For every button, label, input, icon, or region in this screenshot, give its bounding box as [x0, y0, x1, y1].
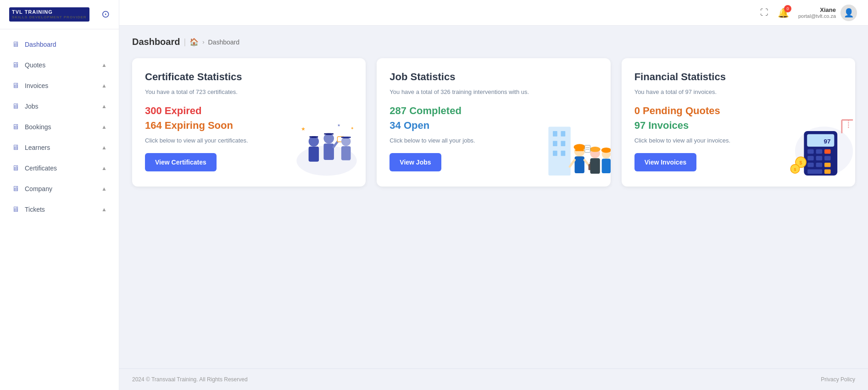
svg-text:$: $ [800, 160, 802, 165]
sidebar-item-certificates[interactable]: 🖥 Certificates ▲ [3, 158, 116, 178]
certificate-card-subtitle: You have a total of 723 certificates. [145, 88, 353, 97]
cert-expiring-stat: 164 Expiring Soon [145, 120, 353, 132]
chevron-down-icon: ▲ [101, 82, 107, 89]
notification-badge: 0 [784, 5, 791, 12]
pending-quotes-stat: 0 Pending Quotes [634, 105, 842, 117]
svg-point-43 [795, 126, 853, 176]
svg-line-30 [570, 160, 575, 167]
job-card-subtitle: You have a total of 326 training interve… [389, 88, 597, 97]
svg-rect-6 [324, 143, 334, 160]
svg-rect-40 [584, 145, 590, 153]
monitor-icon: 🖥 [12, 40, 19, 49]
svg-text:$: $ [794, 167, 796, 172]
svg-rect-36 [590, 158, 600, 174]
settings-icon[interactable]: ⊙ [101, 8, 110, 20]
sidebar-item-quotes[interactable]: 🖥 Quotes ▲ [3, 55, 116, 75]
financial-card-subtitle: You have a total of 97 invoices. [634, 88, 842, 97]
chevron-down-icon: ▲ [101, 165, 107, 171]
svg-rect-56 [807, 163, 814, 167]
svg-point-38 [601, 148, 610, 153]
sidebar-item-learners[interactable]: 🖥 Learners ▲ [3, 137, 116, 158]
svg-point-27 [573, 144, 585, 150]
job-open-stat: 34 Open [389, 120, 597, 132]
cert-card-desc: Click below to view all your certificate… [145, 137, 353, 144]
financial-card: Financial Statistics You have a total of… [622, 58, 855, 187]
notification-bell[interactable]: 🔔 0 [778, 7, 789, 18]
certificate-card-title: Certificate Statistics [145, 71, 353, 83]
chevron-down-icon: ▲ [101, 186, 107, 192]
financial-card-desc: Click below to view all your invoices. [634, 137, 842, 144]
svg-rect-33 [590, 162, 595, 165]
chevron-down-icon: ▲ [101, 103, 107, 110]
svg-rect-8 [324, 133, 334, 135]
svg-rect-55 [824, 156, 831, 160]
svg-rect-58 [824, 163, 831, 167]
svg-rect-52 [824, 149, 831, 154]
sidebar-item-tickets[interactable]: 🖥 Tickets ▲ [3, 199, 116, 220]
svg-rect-7 [326, 133, 332, 135]
avatar: 👤 [840, 5, 857, 21]
main-area: ⛶ 🔔 0 Xiane portal@tvlt.co.za 👤 Dashboar… [119, 0, 868, 390]
footer-copyright: 2024 © Transvaal Training. All Rights Re… [132, 376, 248, 383]
svg-rect-59 [807, 169, 822, 174]
monitor-icon: 🖥 [12, 123, 19, 131]
sidebar: TVL TRAINING SKILLS DEVELOPMENT PROVIDER… [0, 0, 119, 390]
monitor-icon: 🖥 [12, 164, 19, 172]
svg-rect-51 [816, 149, 823, 154]
svg-rect-18 [548, 126, 570, 176]
svg-point-34 [590, 148, 600, 158]
chevron-down-icon: ▲ [101, 62, 107, 68]
chevron-down-icon: ▲ [101, 206, 107, 213]
svg-line-31 [584, 160, 590, 166]
sidebar-item-bookings[interactable]: 🖥 Bookings ▲ [3, 117, 116, 137]
breadcrumb-arrow-icon: › [202, 38, 204, 45]
svg-rect-28 [575, 149, 584, 151]
stats-cards-grid: Certificate Statistics You have a total … [132, 58, 855, 187]
svg-point-63 [790, 165, 799, 173]
svg-rect-53 [807, 156, 814, 160]
monitor-icon: 🖥 [12, 185, 19, 193]
privacy-policy-link[interactable]: Privacy Policy [821, 376, 855, 383]
svg-rect-24 [561, 151, 565, 156]
svg-rect-50 [807, 149, 814, 154]
svg-rect-39 [601, 159, 610, 173]
sidebar-item-jobs[interactable]: 🖥 Jobs ▲ [3, 96, 116, 116]
financial-card-title: Financial Statistics [634, 71, 842, 83]
svg-rect-20 [561, 131, 565, 137]
sidebar-item-invoices[interactable]: 🖥 Invoices ▲ [3, 76, 116, 96]
monitor-icon: 🖥 [12, 102, 19, 110]
breadcrumb-home-icon[interactable]: 🏠 [189, 38, 199, 46]
monitor-icon: 🖥 [12, 61, 19, 69]
fullscreen-icon[interactable]: ⛶ [760, 8, 768, 17]
chevron-down-icon: ▲ [101, 124, 107, 130]
svg-point-0 [297, 146, 357, 176]
main-content: Dashboard | 🏠 › Dashboard Certificate St… [119, 26, 868, 368]
svg-rect-2 [309, 147, 319, 162]
logo-text: TVL TRAINING SKILLS DEVELOPMENT PROVIDER [9, 7, 89, 22]
view-certificates-button[interactable]: View Certificates [145, 153, 217, 171]
svg-rect-57 [816, 163, 823, 167]
monitor-icon: 🖥 [12, 205, 19, 214]
svg-point-35 [590, 147, 600, 152]
job-card-desc: Click below to view all your jobs. [389, 137, 597, 144]
view-jobs-button[interactable]: View Jobs [389, 153, 441, 171]
svg-point-25 [574, 146, 584, 156]
svg-rect-54 [816, 156, 823, 160]
breadcrumb: Dashboard | 🏠 › Dashboard [132, 37, 855, 47]
topbar: ⛶ 🔔 0 Xiane portal@tvlt.co.za 👤 [119, 0, 868, 26]
chevron-down-icon: ▲ [101, 144, 107, 151]
cert-expired-stat: 300 Expired [145, 105, 353, 117]
monitor-icon: 🖥 [12, 82, 19, 90]
svg-rect-32 [588, 164, 596, 170]
svg-point-61 [796, 157, 806, 167]
job-card-title: Job Statistics [389, 71, 597, 83]
svg-rect-29 [574, 156, 584, 173]
invoices-stat: 97 Invoices [634, 120, 842, 132]
sidebar-item-company[interactable]: 🖥 Company ▲ [3, 179, 116, 199]
certificate-card: Certificate Statistics You have a total … [132, 58, 366, 187]
user-menu[interactable]: Xiane portal@tvlt.co.za 👤 [798, 5, 857, 21]
view-invoices-button[interactable]: View Invoices [634, 153, 697, 171]
sidebar-nav: 🖥 Dashboard 🖥 Quotes ▲ 🖥 Invoices ▲ 🖥 Jo… [0, 29, 119, 390]
sidebar-logo: TVL TRAINING SKILLS DEVELOPMENT PROVIDER… [0, 0, 119, 29]
sidebar-item-dashboard[interactable]: 🖥 Dashboard [3, 34, 116, 55]
